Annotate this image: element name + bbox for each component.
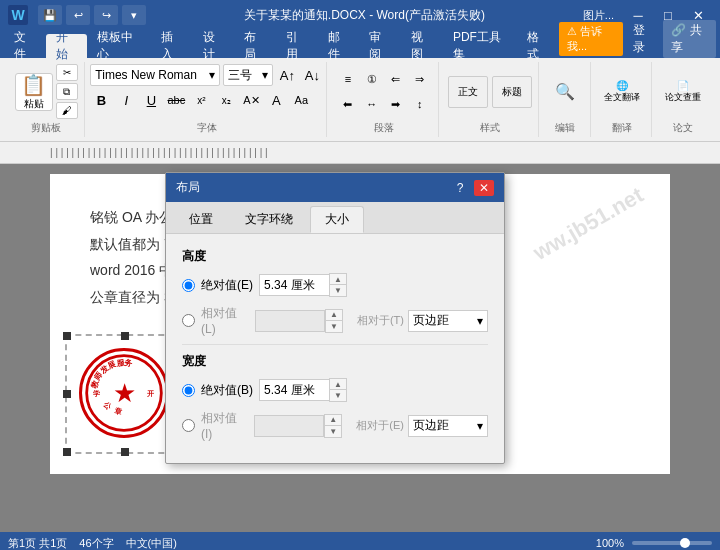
- tab-insert[interactable]: 插入: [151, 34, 193, 58]
- relative-height-dropdown: 相对于(T) 页边距 ▾: [349, 310, 488, 332]
- relative-width-select[interactable]: 页边距 ▾: [408, 415, 488, 437]
- absolute-height-radio[interactable]: [182, 279, 195, 292]
- width-increment[interactable]: ▲: [330, 379, 346, 390]
- title-bar-left: W 💾 ↩ ↪ ▾: [8, 5, 146, 25]
- cut-button[interactable]: ✂: [56, 64, 78, 81]
- relative-width-spinner: ▲ ▼: [324, 414, 342, 438]
- resize-handle-bl[interactable]: [63, 448, 71, 456]
- indent-decrease-button[interactable]: ⇐: [385, 68, 407, 90]
- height-decrement[interactable]: ▼: [330, 285, 346, 296]
- svg-text:学: 学: [93, 389, 100, 398]
- underline-button[interactable]: U: [140, 89, 162, 111]
- ribbon-right-actions: ⚠ 告诉我... 登录 🔗 共享: [559, 20, 716, 58]
- align-left-button[interactable]: ⬅: [337, 93, 359, 115]
- bullet-list-button[interactable]: ≡: [337, 68, 359, 90]
- paragraph-group: ≡ ① ⇐ ⇒ ⬅ ↔ ➡ ↕ 段落: [329, 62, 439, 137]
- tab-file[interactable]: 文件: [4, 34, 46, 58]
- zoom-thumb[interactable]: [680, 538, 690, 548]
- relative-width-label: 相对值(I): [201, 410, 240, 441]
- relative-width-radio[interactable]: [182, 419, 195, 432]
- font-shrink-button[interactable]: A↓: [301, 64, 323, 86]
- tab-format[interactable]: 格式: [517, 34, 559, 58]
- tab-mail[interactable]: 邮件: [318, 34, 360, 58]
- subscript-button[interactable]: x₂: [215, 89, 237, 111]
- dialog-help-button[interactable]: ?: [450, 180, 470, 196]
- relative-height-label: 相对值(L): [201, 305, 241, 336]
- document-area: | | | | | | | | | | | | | | | | | | | | …: [0, 142, 720, 532]
- indent-increase-button[interactable]: ⇒: [409, 68, 431, 90]
- clipboard-group: 📋 粘贴 ✂ ⧉ 🖌 剪贴板: [8, 62, 85, 137]
- paper-check-button[interactable]: 📄论文查重: [661, 74, 705, 110]
- normal-style[interactable]: 正文: [448, 76, 488, 108]
- tab-template[interactable]: 模板中心: [87, 34, 150, 58]
- copy-button[interactable]: ⧉: [56, 83, 78, 100]
- format-painter-button[interactable]: 🖌: [56, 102, 78, 119]
- search-button[interactable]: 🔍: [550, 77, 580, 107]
- save-button[interactable]: 💾: [38, 5, 62, 25]
- font-grow-button[interactable]: A↑: [276, 64, 298, 86]
- tab-references[interactable]: 引用: [276, 34, 318, 58]
- tab-design[interactable]: 设计: [193, 34, 235, 58]
- numbered-list-button[interactable]: ①: [361, 68, 383, 90]
- font-name-dropdown[interactable]: Times New Roman ▾: [90, 64, 220, 86]
- dialog-tab-position[interactable]: 位置: [174, 206, 228, 233]
- absolute-width-radio[interactable]: [182, 384, 195, 397]
- height-spinner: ▲ ▼: [329, 273, 347, 297]
- section-divider: [182, 344, 488, 345]
- relative-width-row: 相对值(I) ▲ ▼ 相对于(E) 页边距 ▾: [182, 410, 488, 441]
- resize-handle-ml[interactable]: [63, 390, 71, 398]
- login-button[interactable]: 登录: [633, 22, 654, 56]
- tell-me-alert[interactable]: ⚠ 告诉我...: [559, 22, 623, 56]
- tab-view[interactable]: 视图: [401, 34, 443, 58]
- relative-height-increment: ▲: [326, 310, 342, 321]
- tab-home[interactable]: 开始: [46, 34, 88, 58]
- font-color-button[interactable]: A: [265, 89, 287, 111]
- width-decrement[interactable]: ▼: [330, 390, 346, 401]
- share-button[interactable]: 🔗 共享: [663, 20, 716, 58]
- edit-group: 🔍 编辑: [541, 62, 591, 137]
- more-quick-access[interactable]: ▾: [122, 5, 146, 25]
- undo-button[interactable]: ↩: [66, 5, 90, 25]
- align-center-button[interactable]: ↔: [361, 93, 383, 115]
- superscript-button[interactable]: x²: [190, 89, 212, 111]
- relative-width-input-group: ▲ ▼: [254, 414, 342, 438]
- align-right-button[interactable]: ➡: [385, 93, 407, 115]
- width-value-input[interactable]: [259, 379, 329, 401]
- bold-button[interactable]: B: [90, 89, 112, 111]
- paragraph-label: 段落: [374, 119, 394, 135]
- height-increment[interactable]: ▲: [330, 274, 346, 285]
- window-title: 关于某某的通知.DOCX - Word(产品激活失败): [146, 7, 583, 24]
- italic-button[interactable]: I: [115, 89, 137, 111]
- relative-height-select[interactable]: 页边距 ▾: [408, 310, 488, 332]
- tab-review[interactable]: 审阅: [359, 34, 401, 58]
- highlight-button[interactable]: Aa: [290, 89, 312, 111]
- translate-button[interactable]: 🌐全文翻译: [600, 74, 644, 110]
- resize-handle-tl[interactable]: [63, 332, 71, 340]
- redo-button[interactable]: ↪: [94, 5, 118, 25]
- resize-handle-tm[interactable]: [121, 332, 129, 340]
- clear-format-button[interactable]: A✕: [240, 89, 262, 111]
- dialog-tab-text-wrap[interactable]: 文字环绕: [230, 206, 308, 233]
- dialog-close-button[interactable]: ✕: [474, 180, 494, 196]
- tab-layout[interactable]: 布局: [234, 34, 276, 58]
- relative-height-radio[interactable]: [182, 314, 195, 327]
- zoom-slider[interactable]: [632, 541, 712, 545]
- height-value-input[interactable]: [259, 274, 329, 296]
- paper-controls: 📄论文查重: [661, 64, 705, 119]
- word-count: 46个字: [79, 536, 113, 551]
- dropdown-arrow-width: ▾: [477, 419, 483, 433]
- heading-style[interactable]: 标题: [492, 76, 532, 108]
- paragraph-controls: ≡ ① ⇐ ⇒ ⬅ ↔ ➡ ↕: [337, 64, 431, 119]
- font-size-arrow: ▾: [262, 68, 268, 82]
- clipboard-controls: 📋 粘贴 ✂ ⧉ 🖌: [15, 64, 78, 119]
- font-format-row: B I U abc x² x₂ A✕ A Aa: [90, 89, 323, 111]
- dialog-tab-size[interactable]: 大小: [310, 206, 364, 233]
- strikethrough-button[interactable]: abc: [165, 89, 187, 111]
- translate-group: 🌐全文翻译 翻译: [593, 62, 652, 137]
- paste-button[interactable]: 📋 粘贴: [15, 73, 53, 111]
- relative-height-input-group: ▲ ▼: [255, 309, 343, 333]
- resize-handle-bm[interactable]: [121, 448, 129, 456]
- font-size-dropdown[interactable]: 三号 ▾: [223, 64, 273, 86]
- line-spacing-button[interactable]: ↕: [409, 93, 431, 115]
- tab-pdf[interactable]: PDF工具集: [443, 34, 517, 58]
